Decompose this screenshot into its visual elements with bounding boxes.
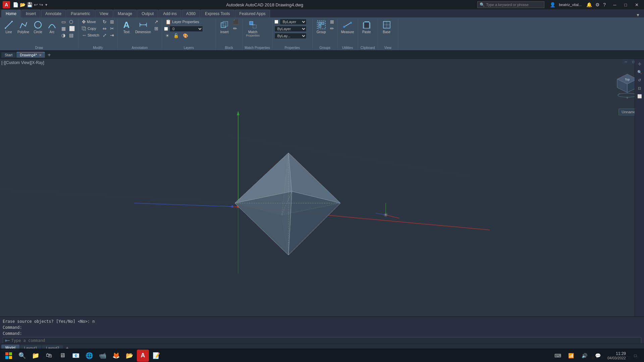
taskbar-app-autocad[interactable]: A (137, 350, 149, 362)
drawing-tab-drawing4[interactable]: Drawing4* ✕ (16, 52, 45, 58)
view-group-label[interactable]: View (380, 45, 396, 50)
tool-leader[interactable]: ↗ (153, 19, 160, 25)
tab-featured[interactable]: Featured Apps (235, 10, 270, 17)
tool-match-properties[interactable]: Match Properties (245, 19, 261, 38)
tab-parametric[interactable]: Parametric (66, 10, 95, 17)
tool-trim[interactable]: ✂ (109, 25, 115, 32)
tool-block-editor[interactable]: ✏ (232, 25, 240, 32)
tool-line[interactable]: Line (2, 19, 15, 35)
tool-copy[interactable]: ⿻ Copy (80, 25, 101, 32)
tool-base-view[interactable]: Base (380, 19, 393, 35)
layer-freeze[interactable]: ☀ (164, 33, 171, 39)
tool-extend[interactable]: ⇥ (109, 32, 115, 38)
notification-tray-icon[interactable]: 💬 (592, 350, 604, 362)
start-button[interactable] (3, 350, 15, 362)
volume-icon[interactable]: 🔊 (579, 350, 591, 362)
side-extents[interactable]: ⊡ (636, 84, 643, 92)
taskbar-app-explorer[interactable]: 🖥 (56, 350, 68, 362)
qa-undo[interactable]: ↩ (34, 2, 38, 7)
clipboard-group-label[interactable]: Clipboard (360, 45, 376, 50)
tool-rectangle[interactable]: ▭ (60, 19, 67, 25)
prop-linetype-select[interactable]: ByLayer (274, 26, 307, 32)
network-icon[interactable]: 📶 (565, 350, 577, 362)
taskbar-app-sticky[interactable]: 📝 (150, 350, 162, 362)
tool-polyline[interactable]: Polyline (16, 19, 31, 35)
tool-group-edit[interactable]: ✏ (329, 25, 335, 32)
ribbon-toggle[interactable]: ▼ (636, 13, 640, 17)
taskbar-app-files[interactable]: 📂 (123, 350, 136, 362)
prop-color-select[interactable]: ByLayer (280, 19, 307, 25)
draw-group-label[interactable]: Draw (2, 45, 76, 50)
prop-lineweight-select[interactable]: ByLay... (274, 33, 307, 39)
new-tab-button[interactable]: + (46, 52, 53, 58)
annotation-group-label[interactable]: Annotation (120, 45, 160, 50)
layers-group-label[interactable]: Layers (164, 45, 213, 50)
tool-insert-block[interactable]: Insert (218, 19, 231, 35)
groups-group-label[interactable]: Groups (315, 45, 335, 50)
tool-hatch[interactable]: ▦ (60, 25, 67, 32)
taskbar-app-mail[interactable]: 📧 (70, 350, 82, 362)
tool-group[interactable]: Group (315, 19, 328, 35)
notification-action[interactable]: □ (629, 350, 641, 362)
tool-measure[interactable]: Measure (340, 19, 356, 35)
taskbar-app-edge[interactable]: 🌐 (83, 350, 95, 362)
cmd-input[interactable] (11, 338, 639, 343)
close-tab-icon[interactable]: ✕ (39, 53, 42, 57)
side-orbit[interactable]: ↺ (636, 76, 643, 84)
match-group-label[interactable]: Match Properties (245, 45, 270, 50)
tool-arc[interactable]: Arc (45, 19, 59, 35)
tab-insert[interactable]: Insert (21, 10, 40, 17)
file-explorer-button[interactable]: 📁 (30, 350, 42, 362)
tool-circle[interactable]: Circle (31, 19, 45, 35)
tool-layer-properties[interactable]: 📋 Layer Properties (164, 19, 203, 25)
clock[interactable]: 11:29 04/03/2022 (605, 351, 628, 360)
tool-move[interactable]: ✥ Move (80, 19, 101, 25)
keyboard-icon[interactable]: ⌨ (552, 350, 564, 362)
tool-create-block[interactable]: ⬛ (232, 19, 240, 25)
tool-array[interactable]: ⊞ (109, 19, 115, 25)
tool-mirror[interactable]: ⇔ (101, 25, 108, 32)
tool-wipeout[interactable]: ▤ (68, 32, 76, 38)
qa-dropdown[interactable]: ▼ (45, 3, 48, 7)
settings-icon[interactable]: ⚙ (595, 2, 600, 7)
tool-stretch[interactable]: ↔ Stretch (80, 32, 101, 38)
properties-group-label[interactable]: Properties (274, 45, 310, 50)
cmd-input-row[interactable]: ⊳~ (3, 337, 641, 344)
notification-icon[interactable]: 🔔 (586, 2, 592, 7)
tool-paste[interactable]: Paste (360, 19, 373, 35)
side-zoom[interactable]: 🔍 (636, 68, 643, 76)
tab-output[interactable]: Output (137, 10, 158, 17)
search-taskbar-button[interactable]: 🔍 (16, 350, 28, 362)
close-button[interactable]: ✕ (632, 2, 641, 8)
qa-redo[interactable]: ↪ (39, 2, 43, 7)
utilities-group-label[interactable]: Utilities (340, 45, 356, 50)
tool-region[interactable]: ⬜ (68, 25, 76, 32)
tool-rotate[interactable]: ↻ (101, 19, 108, 25)
tool-ungroup[interactable]: ⊠ (329, 19, 335, 25)
tool-scale[interactable]: ⤢ (101, 32, 108, 38)
taskbar-app-firefox[interactable]: 🦊 (110, 350, 122, 362)
layer-lock[interactable]: 🔓 (172, 33, 180, 39)
side-window[interactable]: ⬜ (636, 93, 643, 100)
tab-annotate[interactable]: Annotate (41, 10, 66, 17)
drawing-tab-start[interactable]: Start (1, 52, 16, 58)
layer-selector[interactable]: 0 (169, 26, 203, 32)
side-pan[interactable]: ☩ (636, 60, 643, 68)
tab-home[interactable]: Home (1, 10, 21, 17)
tab-express[interactable]: Express Tools (201, 10, 234, 17)
keyword-search[interactable]: 🔍 Type a keyword or phrase (477, 1, 544, 8)
tab-addins[interactable]: Add-ins (159, 10, 181, 17)
modify-group-label[interactable]: Modify (80, 45, 115, 50)
tool-gradient[interactable]: ◑ (60, 32, 67, 38)
qa-new[interactable]: 📄 (13, 2, 18, 7)
tool-table[interactable]: ⊞ (153, 25, 160, 32)
maximize-button[interactable]: □ (622, 2, 630, 8)
qa-save[interactable]: 💾 (27, 2, 33, 7)
tool-dimension[interactable]: Dimension (134, 19, 152, 35)
tab-a360[interactable]: A360 (182, 10, 200, 17)
block-group-label[interactable]: Block (218, 45, 240, 50)
help-icon[interactable]: ? (603, 2, 606, 7)
qa-open[interactable]: 📂 (20, 2, 25, 7)
tab-view[interactable]: View (95, 10, 113, 17)
minimize-button[interactable]: ─ (610, 2, 619, 8)
